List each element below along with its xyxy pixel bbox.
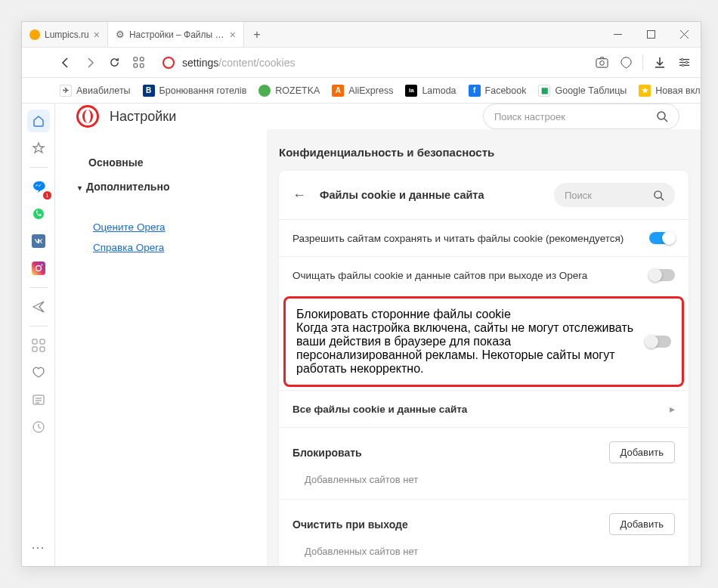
- svg-point-7: [681, 58, 683, 60]
- setting-block-third-party[interactable]: Блокировать сторонние файлы cookie Когда…: [283, 296, 684, 387]
- page-title: Настройки: [110, 109, 176, 125]
- svg-rect-4: [140, 63, 144, 67]
- nav-rate-link[interactable]: Оцените Opera: [78, 217, 252, 237]
- search-placeholder: Поиск: [565, 190, 592, 201]
- bookmark-label: Новая вкладка: [655, 85, 701, 96]
- newtab-icon: ★: [639, 85, 651, 97]
- back-button[interactable]: [55, 52, 76, 73]
- bookmark-item[interactable]: ★Новая вкладка: [639, 85, 701, 97]
- sidebar-speed-dial[interactable]: [27, 334, 50, 357]
- sidebar-bookmarks[interactable]: [27, 137, 50, 159]
- sidebar-more[interactable]: ⋯: [31, 539, 45, 556]
- sidebar-vk[interactable]: [27, 230, 50, 252]
- toggle-off[interactable]: [649, 269, 675, 281]
- svg-point-9: [682, 64, 684, 67]
- svg-point-21: [658, 112, 665, 119]
- bookmarks-bar: ✈Авиабилеты BБронювання готелів ROZETKA …: [22, 78, 701, 104]
- settings-main: Конфиденциальность и безопасность ← Файл…: [267, 129, 701, 566]
- close-icon[interactable]: ×: [230, 29, 236, 41]
- chevron-right-icon: ▸: [670, 403, 675, 415]
- card-search[interactable]: Поиск: [554, 183, 675, 207]
- svg-rect-12: [32, 262, 45, 275]
- search-placeholder: Поиск настроек: [494, 111, 565, 122]
- svg-rect-18: [40, 347, 45, 351]
- tab-title: Lumpics.ru: [45, 29, 89, 40]
- bookmark-label: Бронювання готелів: [159, 85, 247, 96]
- setting-clear-on-exit[interactable]: Очищать файлы cookie и данные сайтов при…: [279, 256, 689, 293]
- sidebar-news[interactable]: [27, 388, 50, 411]
- reload-button[interactable]: [104, 52, 125, 73]
- setting-description: Когда эта настройка включена, сайты не м…: [296, 321, 635, 376]
- close-button[interactable]: [667, 22, 701, 47]
- search-icon: [656, 110, 668, 122]
- setting-all-cookies[interactable]: Все файлы cookie и данные сайта ▸: [279, 390, 689, 427]
- svg-point-10: [33, 209, 44, 219]
- svg-point-22: [655, 190, 661, 197]
- svg-rect-0: [647, 31, 655, 39]
- settings-header: Настройки Поиск настроек: [55, 104, 701, 129]
- nav-advanced[interactable]: Дополнительно: [78, 175, 252, 199]
- favicon-lumpics: [29, 29, 40, 40]
- downloads-button[interactable]: [649, 52, 670, 73]
- drive-icon: ▦: [538, 85, 550, 97]
- bookmark-button[interactable]: [615, 52, 636, 73]
- add-button[interactable]: Добавить: [609, 513, 675, 535]
- bookmark-label: Google Таблицы: [555, 85, 627, 96]
- easy-setup-button[interactable]: [673, 52, 695, 73]
- svg-point-14: [41, 265, 42, 266]
- bookmark-item[interactable]: laLamoda: [405, 85, 456, 97]
- sidebar-whatsapp[interactable]: [27, 203, 50, 225]
- tab-lumpics[interactable]: Lumpics.ru ×: [22, 22, 108, 47]
- bookmark-item[interactable]: fFacebook: [469, 85, 527, 97]
- global-search[interactable]: Поиск настроек: [483, 104, 679, 129]
- svg-rect-15: [32, 339, 37, 344]
- svg-point-6: [599, 61, 604, 66]
- bookmark-item[interactable]: ROZETKA: [258, 85, 320, 97]
- close-icon[interactable]: ×: [94, 29, 100, 41]
- url-display[interactable]: settings/content/cookies: [182, 57, 295, 69]
- lamoda-icon: la: [405, 85, 417, 97]
- tab-settings[interactable]: ⚙ Настройки – Файлы cookie ×: [108, 22, 244, 47]
- booking-icon: B: [143, 85, 155, 97]
- section-title: Блокировать: [292, 447, 362, 459]
- toggle-off[interactable]: [645, 336, 671, 348]
- speed-dial-button[interactable]: [128, 52, 149, 73]
- nav-help-link[interactable]: Справка Opera: [78, 237, 252, 258]
- window-controls: [601, 22, 701, 47]
- sidebar-home[interactable]: [27, 110, 50, 132]
- svg-rect-3: [133, 63, 137, 67]
- svg-rect-1: [133, 57, 137, 61]
- plane-icon: ✈: [60, 85, 72, 97]
- section-heading: Конфиденциальность и безопасность: [279, 146, 689, 159]
- svg-rect-17: [32, 347, 37, 351]
- bookmark-item[interactable]: BБронювання готелів: [143, 85, 247, 97]
- add-button[interactable]: Добавить: [609, 441, 675, 463]
- svg-rect-16: [40, 339, 45, 344]
- bookmark-label: Facebook: [485, 85, 527, 96]
- aliexpress-icon: A: [332, 85, 344, 97]
- snapshot-button[interactable]: [591, 52, 612, 73]
- setting-allow-cookies[interactable]: Разрешить сайтам сохранять и читать файл…: [279, 219, 689, 256]
- sidebar: 1 ⋯: [22, 104, 55, 566]
- sidebar-history[interactable]: [27, 416, 50, 438]
- minimize-button[interactable]: [601, 22, 634, 47]
- forward-button[interactable]: [79, 52, 101, 73]
- section-title: Очистить при выходе: [292, 518, 408, 531]
- titlebar: Lumpics.ru × ⚙ Настройки – Файлы cookie …: [22, 22, 701, 48]
- toggle-on[interactable]: [649, 232, 675, 244]
- svg-rect-5: [596, 59, 607, 67]
- nav-basic[interactable]: Основные: [78, 150, 252, 175]
- bookmark-item[interactable]: ▦Google Таблицы: [538, 85, 627, 97]
- opera-logo: [76, 105, 99, 128]
- sidebar-instagram[interactable]: [27, 257, 50, 280]
- sidebar-flow[interactable]: [27, 296, 50, 318]
- sidebar-messenger[interactable]: 1: [27, 175, 50, 198]
- cookies-card: ← Файлы cookie и данные сайта Поиск Разр…: [279, 171, 689, 566]
- new-tab-button[interactable]: +: [244, 22, 270, 47]
- sidebar-heart[interactable]: [27, 361, 50, 384]
- bookmark-item[interactable]: AAliExpress: [332, 85, 393, 97]
- bookmark-label: Lamoda: [422, 85, 456, 96]
- bookmark-item[interactable]: ✈Авиабилеты: [60, 85, 131, 97]
- maximize-button[interactable]: [634, 22, 667, 47]
- back-arrow-icon[interactable]: ←: [292, 187, 306, 203]
